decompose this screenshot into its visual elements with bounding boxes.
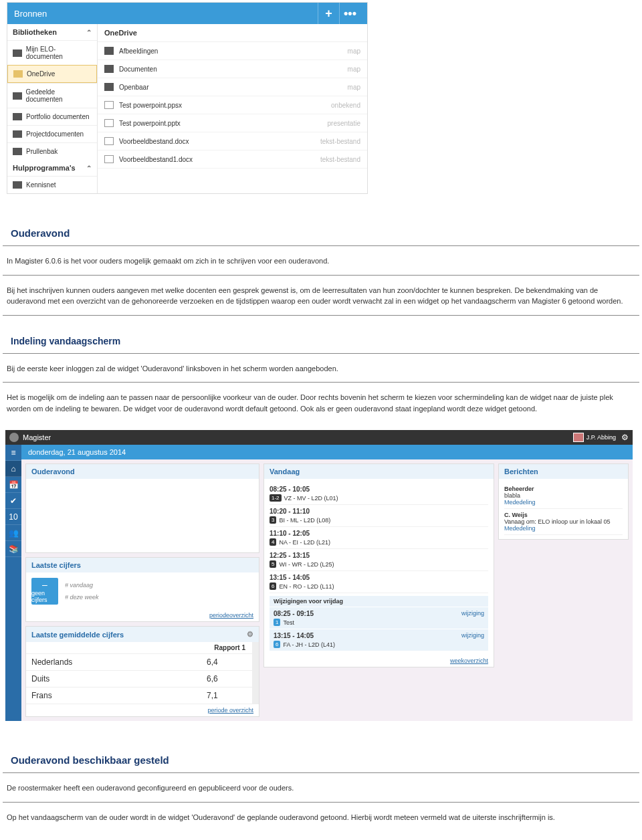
content-row[interactable]: Voorbeeldbestand1.docxtekst-bestand	[98, 150, 367, 169]
user-menu[interactable]: J.P. Abbing ⚙	[573, 433, 629, 442]
lesson-text: EN - RO - L2D (L11)	[279, 583, 334, 590]
content-row[interactable]: Documentenmap	[98, 60, 367, 78]
lib-item[interactable]: Prullenbak	[7, 142, 97, 160]
lesson-text: NA - EI - L2D (L21)	[279, 539, 330, 546]
content-meta: onbekend	[331, 102, 360, 109]
gem-cijfer: 6,4	[207, 657, 253, 667]
magister-topbar: Magister J.P. Abbing ⚙	[5, 430, 633, 445]
slot-num: 5	[270, 560, 276, 568]
wijziging-item[interactable]: 08:25 - 09:151Test wijziging	[270, 607, 488, 629]
content-name: Voorbeeldbestand.docx	[119, 138, 320, 145]
folder-icon	[13, 49, 22, 57]
folder-icon	[104, 65, 114, 73]
bronnen-add-button[interactable]: +	[318, 3, 339, 24]
paragraph: Bij de eerste keer inloggen zal de widge…	[3, 354, 639, 383]
gem-cijfer: 6,6	[207, 674, 253, 684]
lesson-time: 08:25 - 10:05	[270, 486, 488, 493]
cijfer-info: # vandaag	[65, 582, 99, 589]
bericht-item[interactable]: Beheerder blabla Mededeling	[504, 483, 623, 509]
cijfer-tile[interactable]: – geen cijfers	[31, 578, 58, 605]
lesson-text: WI - WR - L2D (L25)	[279, 561, 334, 568]
widget-ouderavond: Ouderavond	[25, 463, 259, 553]
nav-group-icon[interactable]: 👥	[5, 525, 21, 541]
slot-num: 6	[274, 641, 280, 648]
tools-header-label: Hulpprogramma's	[13, 164, 76, 172]
lesson-time: 11:10 - 12:05	[270, 530, 488, 537]
wijziging-item[interactable]: 13:15 - 14:056FA - JH - L2D (L41) wijzig…	[270, 629, 488, 651]
nav-menu-icon[interactable]: ≡	[5, 445, 21, 461]
content-row[interactable]: Voorbeeldbestand.docxtekst-bestand	[98, 132, 367, 150]
document-icon	[104, 155, 114, 163]
lesson-time: 10:20 - 11:10	[270, 508, 488, 515]
user-name: J.P. Abbing	[586, 434, 616, 441]
paragraph: De roostermaker heeft een ouderavond gec…	[3, 773, 639, 803]
lib-item-label: Gedeelde documenten	[26, 88, 92, 103]
bericht-from: C. Weijs	[504, 512, 623, 518]
widget-title: Berichten	[504, 467, 538, 476]
lib-item[interactable]: Projectdocumenten	[7, 125, 97, 142]
periode-overzicht-link[interactable]: periode overzicht	[207, 707, 253, 714]
vandaag-item[interactable]: 08:25 - 10:051-2VZ - MV - L2D (L01)	[270, 483, 488, 505]
bronnen-panel: Bronnen + ••• Bibliotheken ⌃ Mijn ELO-do…	[7, 2, 368, 194]
gear-icon[interactable]: ⚙	[247, 630, 253, 639]
lib-header[interactable]: Bibliotheken ⌃	[7, 24, 97, 40]
widget-title: Vandaag	[270, 467, 300, 476]
lib-item-label: OneDrive	[27, 70, 55, 78]
content-name: Openbaar	[119, 84, 348, 91]
lib-item-label: Portfolio documenten	[26, 113, 90, 120]
weekoverzicht-link[interactable]: weekoverzicht	[450, 657, 488, 664]
wijzigingen-header: Wijzigingen voor vrijdag	[270, 596, 488, 607]
gem-vak: Duits	[31, 674, 207, 684]
vandaag-item[interactable]: 13:15 - 14:056EN - RO - L2D (L11)	[270, 571, 488, 593]
nav-grades-icon[interactable]: 10	[5, 509, 21, 525]
nav-elo-icon[interactable]: 📚	[5, 541, 21, 557]
nav-agenda-icon[interactable]: 📅	[5, 477, 21, 493]
tools-item[interactable]: Kennisnet	[7, 176, 97, 193]
bericht-link: Mededeling	[504, 525, 623, 532]
lesson-time: 13:15 - 14:05	[270, 574, 488, 581]
paragraph: Bij het inschrijven kunnen ouders aangev…	[3, 276, 639, 316]
content-meta: tekst-bestand	[320, 138, 360, 145]
gear-icon[interactable]: ⚙	[621, 433, 629, 442]
gem-row: Duits6,6	[26, 671, 259, 688]
content-row[interactable]: Test powerpoint.pptxpresentatie	[98, 114, 367, 132]
paragraph: Op het vandaagscherm van de ouder wordt …	[3, 803, 639, 831]
content-meta: map	[348, 47, 360, 55]
nav-check-icon[interactable]: ✔	[5, 493, 21, 509]
magister-app: Magister J.P. Abbing ⚙ ≡ ⌂ 📅 ✔ 10 👥 📚 do…	[5, 430, 633, 721]
paragraph: In Magister 6.0.6 is het voor ouders mog…	[3, 246, 639, 276]
folder-icon	[13, 113, 22, 120]
content-row[interactable]: Test powerpoint.ppsxonbekend	[98, 96, 367, 114]
content-header: OneDrive	[98, 24, 367, 42]
magister-nav: ≡ ⌂ 📅 ✔ 10 👥 📚	[5, 445, 21, 721]
content-row[interactable]: Openbaarmap	[98, 78, 367, 96]
vandaag-item[interactable]: 11:10 - 12:054NA - EI - L2D (L21)	[270, 527, 488, 549]
bronnen-sidebar: Bibliotheken ⌃ Mijn ELO-documenten OneDr…	[7, 24, 98, 193]
gem-row: Frans7,1	[26, 688, 259, 704]
bericht-item[interactable]: C. Weijs Vanaag om: ELO inloop uur in lo…	[504, 509, 623, 535]
slot-num: 3	[270, 516, 276, 524]
bericht-link: Mededeling	[504, 499, 623, 506]
content-row[interactable]: Afbeeldingenmap	[98, 42, 367, 60]
lib-item[interactable]: Gedeelde documenten	[7, 83, 97, 108]
tools-item-label: Kennisnet	[26, 181, 56, 189]
wijziging-tag: wijziging	[461, 632, 484, 648]
content-name: Test powerpoint.ppsx	[119, 102, 331, 109]
bronnen-more-button[interactable]: •••	[339, 3, 360, 24]
lib-item[interactable]: Portfolio documenten	[7, 108, 97, 125]
lib-item-selected[interactable]: OneDrive	[7, 65, 97, 83]
widget-title: Laatste cijfers	[31, 561, 81, 569]
gem-vak: Frans	[31, 691, 207, 700]
periodeoverzicht-link[interactable]: periodeoverzicht	[209, 612, 253, 619]
lesson-text: Test	[283, 619, 294, 626]
lib-item[interactable]: Mijn ELO-documenten	[7, 40, 97, 65]
vandaag-item[interactable]: 10:20 - 11:103BI - ML - L2D (L08)	[270, 505, 488, 527]
bronnen-header: Bronnen + •••	[7, 3, 367, 24]
gem-row: Nederlands6,4	[26, 654, 259, 671]
vandaag-item[interactable]: 12:25 - 13:155WI - WR - L2D (L25)	[270, 549, 488, 571]
nav-home-icon[interactable]: ⌂	[5, 461, 21, 477]
lesson-time: 08:25 - 09:15	[274, 610, 314, 617]
tools-header[interactable]: Hulpprogramma's ⌃	[7, 160, 97, 176]
heading-indeling: Indeling vandaagscherm	[3, 329, 639, 354]
bronnen-title: Bronnen	[14, 9, 318, 19]
